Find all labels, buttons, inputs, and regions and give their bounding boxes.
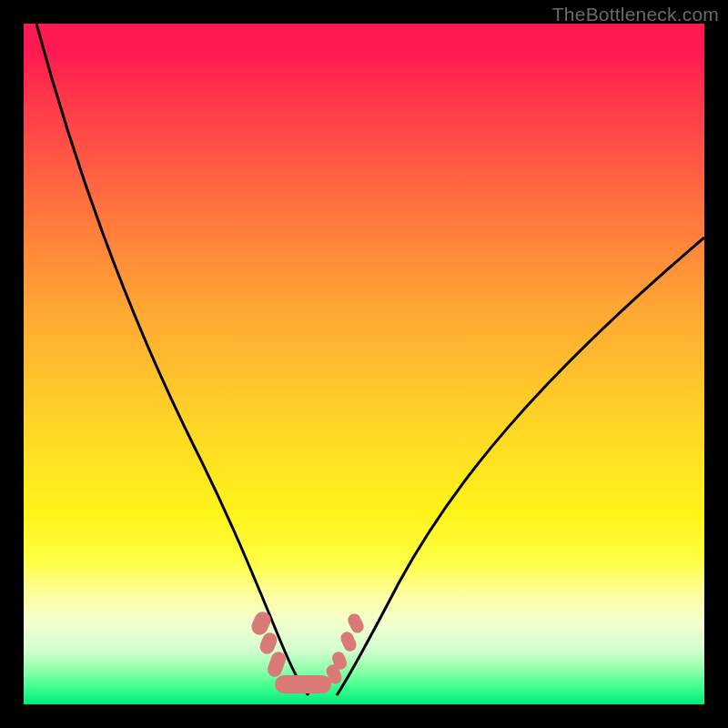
chart-frame: TheBottleneck.com: [0, 0, 728, 728]
plot-area: [24, 24, 704, 704]
curve-layer: [24, 24, 704, 704]
watermark-text: TheBottleneck.com: [552, 4, 719, 25]
left-curve: [36, 24, 308, 695]
marker-bar: [275, 675, 331, 693]
right-curve: [337, 238, 704, 695]
